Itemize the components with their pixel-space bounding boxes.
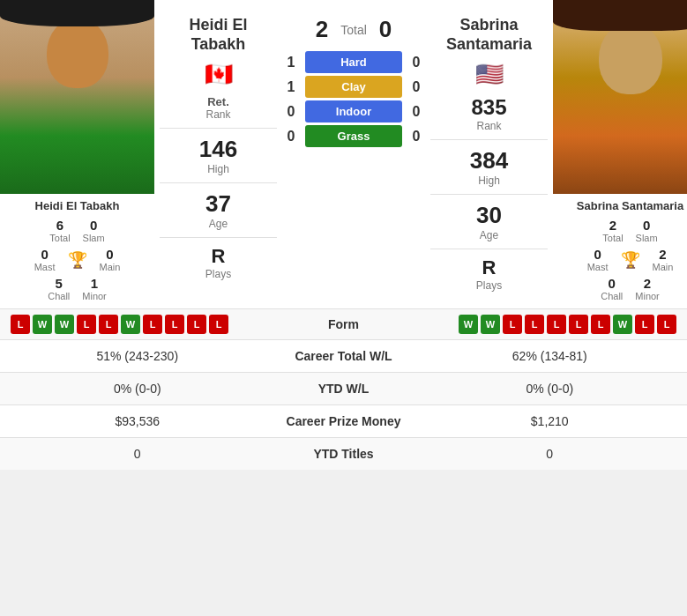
total-score-row: 2 Total 0 (316, 16, 392, 43)
left-flag: 🇨🇦 (205, 61, 233, 88)
left-chall-cell: 5 Chall (48, 276, 70, 301)
form-badge-rl7: L (657, 315, 676, 334)
stats-left-0: 51% (243-230) (11, 349, 265, 363)
left-trophy-icon: 🏆 (68, 250, 87, 270)
form-badge-rl3: L (547, 315, 566, 334)
right-plays-label: Plays (476, 279, 502, 292)
right-player-col: Sabrina Santamaria 2 Total 0 Slam 0 Mast… (553, 0, 687, 308)
left-player-photo (0, 0, 154, 194)
stats-row-1: 0% (0-0)YTD W/L0% (0-0) (0, 372, 687, 404)
stats-right-2: $1,210 (423, 414, 677, 428)
left-rank-block: Ret. Rank (205, 95, 230, 121)
right-trophy-row: 0 Mast 🏆 2 Main (553, 247, 687, 272)
stats-container: 51% (243-230)Career Total W/L62% (134-81… (0, 339, 687, 470)
indoor-score-right: 0 (407, 104, 425, 120)
hard-score-left: 1 (282, 55, 300, 71)
form-badge-l7: L (209, 315, 228, 334)
stats-row-0: 51% (243-230)Career Total W/L62% (134-81… (0, 339, 687, 372)
center-panel: 2 Total 0 1 Hard 0 1 Clay 0 0 Indoor (282, 0, 425, 308)
left-chall-label: Chall (48, 291, 70, 301)
right-main-value: 2 (653, 247, 674, 262)
left-plays-block: R Plays (205, 245, 231, 280)
left-total-value: 6 (49, 218, 70, 233)
form-badge-w1: W (33, 315, 52, 334)
total-label: Total (340, 23, 367, 37)
left-slam-label: Slam (83, 233, 105, 243)
right-high-value: 384 (470, 147, 508, 174)
right-chall-cell: 0 Chall (601, 276, 623, 301)
left-chall-value: 5 (48, 276, 70, 291)
right-main-cell: 2 Main (653, 247, 674, 272)
right-player-name-below: Sabrina Santamaria (553, 194, 687, 214)
main-container: Heidi El Tabakh 6 Total 0 Slam 0 Mast 🏆 (0, 0, 687, 470)
stats-row-3: 0YTD Titles0 (0, 437, 687, 470)
right-minor-label: Minor (635, 291, 660, 301)
form-badge-l4: L (143, 315, 162, 334)
left-total-label: Total (49, 233, 70, 243)
surface-row-grass: 0 Grass 0 (282, 125, 425, 147)
clay-button[interactable]: Clay (305, 76, 402, 98)
stats-left-2: $93,536 (11, 414, 265, 428)
right-player-name-header: SabrinaSantamaria (446, 16, 532, 54)
left-plays-label: Plays (205, 268, 231, 280)
stats-center-2: Career Prize Money (265, 414, 423, 428)
right-slam-label: Slam (636, 233, 658, 243)
left-high-label: High (199, 163, 237, 175)
right-rank-label: Rank (471, 120, 506, 132)
stats-center-0: Career Total W/L (265, 349, 423, 363)
stats-right-0: 62% (134-81) (423, 349, 677, 363)
right-age-label: Age (476, 229, 502, 241)
form-label: Form (265, 317, 423, 331)
total-score-right: 0 (379, 16, 392, 43)
left-player-name-below: Heidi El Tabakh (0, 194, 154, 214)
right-main-label: Main (653, 262, 674, 272)
left-main-cell: 0 Main (100, 247, 121, 272)
clay-score-left: 1 (282, 79, 300, 95)
form-badge-w2: W (55, 315, 74, 334)
right-total-label: Total (602, 233, 623, 243)
right-total-cell: 2 Total (602, 218, 623, 243)
form-right-badges: W W L L L L L W L L (423, 315, 677, 334)
total-score-left: 2 (316, 16, 328, 43)
players-section: Heidi El Tabakh 6 Total 0 Slam 0 Mast 🏆 (0, 0, 687, 308)
form-badge-rl2: L (525, 315, 544, 334)
right-plays-block: R Plays (476, 256, 502, 292)
grass-score-left: 0 (282, 129, 300, 145)
indoor-button[interactable]: Indoor (305, 100, 402, 122)
surface-row-hard: 1 Hard 0 (282, 51, 425, 73)
right-age-block: 30 Age (476, 202, 502, 241)
right-stats-row1: 2 Total 0 Slam (553, 218, 687, 243)
left-minor-value: 1 (82, 276, 107, 291)
right-chall-value: 0 (601, 276, 623, 291)
clay-score-right: 0 (407, 79, 425, 95)
left-trophy-row: 0 Mast 🏆 0 Main (0, 247, 154, 272)
right-rank-block: 835 Rank (471, 95, 506, 132)
left-minor-cell: 1 Minor (82, 276, 107, 301)
form-badge-l6: L (187, 315, 206, 334)
left-mast-value: 0 (34, 247, 56, 262)
grass-button[interactable]: Grass (305, 125, 402, 147)
stats-right-3: 0 (423, 447, 677, 461)
left-main-label: Main (100, 262, 121, 272)
surface-row-clay: 1 Clay 0 (282, 76, 425, 98)
right-high-label: High (470, 174, 508, 187)
right-mast-value: 0 (587, 247, 609, 262)
form-badge-rl6: L (635, 315, 654, 334)
stats-left-1: 0% (0-0) (11, 382, 265, 396)
right-trophy-icon: 🏆 (621, 250, 640, 270)
form-badge-rw2: W (481, 315, 500, 334)
right-flag: 🇺🇸 (475, 61, 504, 88)
form-badge-rl4: L (569, 315, 588, 334)
left-player-col: Heidi El Tabakh 6 Total 0 Slam 0 Mast 🏆 (0, 0, 154, 308)
stats-center-3: YTD Titles (265, 447, 423, 461)
hard-button[interactable]: Hard (305, 51, 402, 73)
stats-center-1: YTD W/L (265, 382, 423, 396)
left-main-value: 0 (100, 247, 121, 262)
form-badge-rw3: W (613, 315, 632, 334)
right-mast-label: Mast (587, 262, 609, 272)
left-stats-row1: 6 Total 0 Slam (0, 218, 154, 243)
form-badge-l1: L (11, 315, 30, 334)
left-high-value: 146 (199, 136, 237, 163)
stats-right-1: 0% (0-0) (423, 382, 677, 396)
form-badge-l2: L (77, 315, 96, 334)
